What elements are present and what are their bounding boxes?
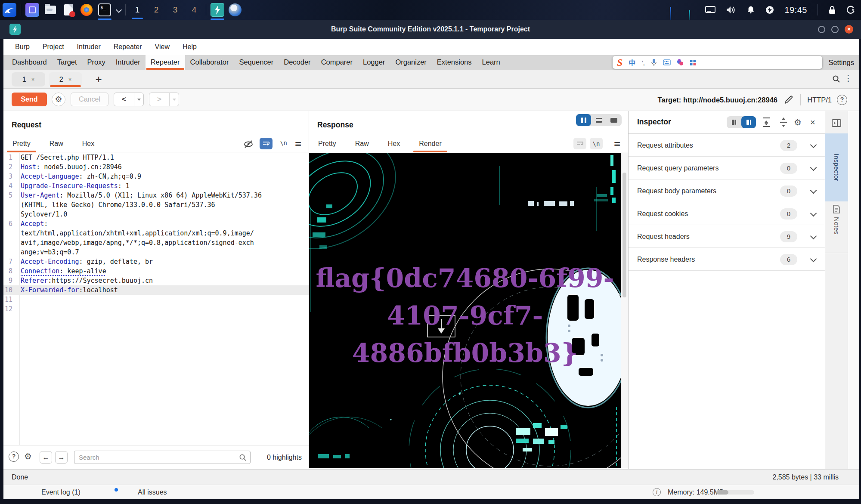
- request-line[interactable]: ange;v=b3;q=0.7: [3, 247, 309, 257]
- tab-dashboard[interactable]: Dashboard: [7, 55, 52, 70]
- maximize-button[interactable]: [831, 26, 839, 33]
- tab-comparer[interactable]: Comparer: [316, 55, 358, 70]
- close-tab-icon[interactable]: ×: [31, 76, 35, 83]
- ime-toolbar[interactable]: S 中 ’,: [613, 56, 822, 69]
- chevron-down-icon[interactable]: [810, 142, 817, 148]
- search-settings-gear-icon[interactable]: ⚙: [24, 451, 32, 461]
- request-line[interactable]: Syclover/1.0: [3, 210, 309, 219]
- search-input[interactable]: [79, 451, 234, 464]
- layout-single-button[interactable]: [607, 114, 622, 126]
- tab-proxy[interactable]: Proxy: [82, 55, 111, 70]
- files-app-button[interactable]: [43, 3, 57, 17]
- chevron-down-icon[interactable]: [810, 187, 817, 194]
- power-manager-icon[interactable]: [765, 6, 774, 14]
- response-tab-render[interactable]: Render: [415, 137, 445, 152]
- side-tab-inspector[interactable]: Inspector: [825, 133, 848, 201]
- ime-language-icon[interactable]: 中: [629, 57, 635, 68]
- menu-view[interactable]: View: [149, 39, 176, 55]
- request-menu-hamburger-icon[interactable]: ≡: [294, 139, 302, 149]
- tab-repeater[interactable]: Repeater: [146, 55, 185, 70]
- response-render-view[interactable]: flag{0dc74680-6f99-4107-9cf7-4886bfb0b3b…: [309, 153, 621, 468]
- workspace-3[interactable]: 3: [170, 5, 180, 15]
- new-repeater-tab-button[interactable]: +: [91, 71, 106, 87]
- request-tab-hex[interactable]: Hex: [79, 137, 98, 152]
- terminal-dropdown-chevron-icon[interactable]: [116, 7, 122, 13]
- collapse-all-icon[interactable]: [761, 117, 771, 128]
- response-tab-hex[interactable]: Hex: [384, 137, 403, 152]
- tab-target[interactable]: Target: [52, 55, 82, 70]
- request-line[interactable]: avif,image/webp,image/apng,*/*;q=0.8,app…: [3, 238, 309, 247]
- response-menu-hamburger-icon[interactable]: ≡: [613, 139, 621, 149]
- inspector-layout-right-button[interactable]: [741, 116, 756, 128]
- search-help-icon[interactable]: ?: [9, 451, 19, 462]
- request-tab-pretty[interactable]: Pretty: [9, 137, 34, 152]
- inspector-settings-gear-icon[interactable]: ⚙: [794, 117, 802, 128]
- expand-all-icon[interactable]: [778, 117, 789, 128]
- tab-intruder[interactable]: Intruder: [111, 55, 146, 70]
- back-history-button[interactable]: <: [114, 93, 144, 106]
- forward-history-button[interactable]: >: [149, 93, 179, 106]
- chevron-down-icon[interactable]: [810, 164, 817, 171]
- inspector-section-response-headers[interactable]: Response headers6: [629, 248, 825, 271]
- volume-icon[interactable]: [726, 6, 736, 14]
- close-button[interactable]: ×: [845, 25, 853, 34]
- close-tab-icon[interactable]: ×: [68, 76, 72, 83]
- titlebar[interactable]: Burp Suite Community Edition v2025.1.1 -…: [0, 20, 861, 39]
- chevron-down-icon[interactable]: [810, 256, 817, 263]
- menu-help[interactable]: Help: [176, 39, 203, 55]
- help-icon[interactable]: ?: [837, 95, 847, 105]
- chevron-down-icon[interactable]: [810, 233, 817, 240]
- ime-skin-icon[interactable]: [677, 59, 684, 66]
- request-line[interactable]: 12: [3, 304, 309, 314]
- request-line[interactable]: 7Accept-Encoding: gzip, deflate, br: [3, 257, 309, 266]
- menu-repeater[interactable]: Repeater: [107, 39, 149, 55]
- request-tab-raw[interactable]: Raw: [46, 137, 67, 152]
- cancel-button[interactable]: Cancel: [71, 93, 108, 106]
- inspector-section-request-cookies[interactable]: Request cookies0: [629, 202, 825, 225]
- burp-app-button[interactable]: [211, 3, 224, 17]
- workspace-1[interactable]: 1: [133, 5, 142, 15]
- request-line[interactable]: (KHTML, like Gecko) Chrome/133.0.0.0 Saf…: [3, 200, 309, 210]
- clock[interactable]: 19:45: [784, 5, 807, 15]
- word-wrap-toggle-on[interactable]: [260, 138, 273, 149]
- tab-decoder[interactable]: Decoder: [279, 55, 316, 70]
- browser-app-button[interactable]: [229, 3, 242, 16]
- inspector-layout-left-button[interactable]: [727, 116, 741, 128]
- search-tabs-icon[interactable]: [832, 75, 840, 83]
- logout-icon[interactable]: [846, 6, 855, 14]
- layout-columns-button[interactable]: [576, 114, 591, 126]
- tab-organizer[interactable]: Organizer: [390, 55, 431, 70]
- tab-collaborator[interactable]: Collaborator: [185, 55, 234, 70]
- lock-screen-icon[interactable]: [828, 6, 836, 14]
- ime-toolbox-icon[interactable]: [690, 59, 696, 66]
- inspector-close-icon[interactable]: ×: [810, 117, 815, 128]
- search-prev-button[interactable]: ←: [40, 451, 52, 464]
- http-version[interactable]: HTTP/1: [807, 89, 832, 111]
- menu-intruder[interactable]: Intruder: [71, 39, 107, 55]
- tab-logger[interactable]: Logger: [358, 55, 390, 70]
- request-line[interactable]: 3Accept-Language: zh-CN,zh;q=0.9: [3, 172, 309, 181]
- terminal-app-button[interactable]: $_: [98, 3, 111, 17]
- search-next-button[interactable]: →: [55, 451, 68, 464]
- tab-options-dots-icon[interactable]: ⋮: [844, 73, 852, 83]
- request-line[interactable]: 5User-Agent: Mozilla/5.0 (X11; Linux x86…: [3, 191, 309, 200]
- response-tab-pretty[interactable]: Pretty: [315, 137, 340, 152]
- inspector-section-request-body-parameters[interactable]: Request body parameters0: [629, 179, 825, 202]
- request-line[interactable]: text/html,application/xhtml+xml,applicat…: [3, 229, 309, 238]
- menu-burp[interactable]: Burp: [9, 39, 36, 55]
- screenshot-app-button[interactable]: [25, 3, 39, 17]
- scrollbar-thumb[interactable]: [623, 173, 626, 297]
- request-editor[interactable]: 1GET /Secret.php HTTP/1.12Host: node5.bu…: [3, 153, 309, 445]
- firefox-app-button[interactable]: [80, 3, 93, 17]
- tab-sequencer[interactable]: Sequencer: [234, 55, 279, 70]
- dock-panel-icon[interactable]: [831, 118, 842, 128]
- tab-learn[interactable]: Learn: [477, 55, 505, 70]
- menu-project[interactable]: Project: [36, 39, 71, 55]
- all-issues-button[interactable]: All issues: [138, 485, 167, 499]
- forward-dropdown[interactable]: [169, 93, 179, 106]
- response-tab-raw[interactable]: Raw: [352, 137, 372, 152]
- request-line[interactable]: 10X-Forwarded-for:localhost: [3, 285, 309, 295]
- memory-info-icon[interactable]: i: [653, 488, 661, 496]
- sogou-logo-icon[interactable]: S: [617, 56, 623, 68]
- workspace-4[interactable]: 4: [189, 5, 199, 15]
